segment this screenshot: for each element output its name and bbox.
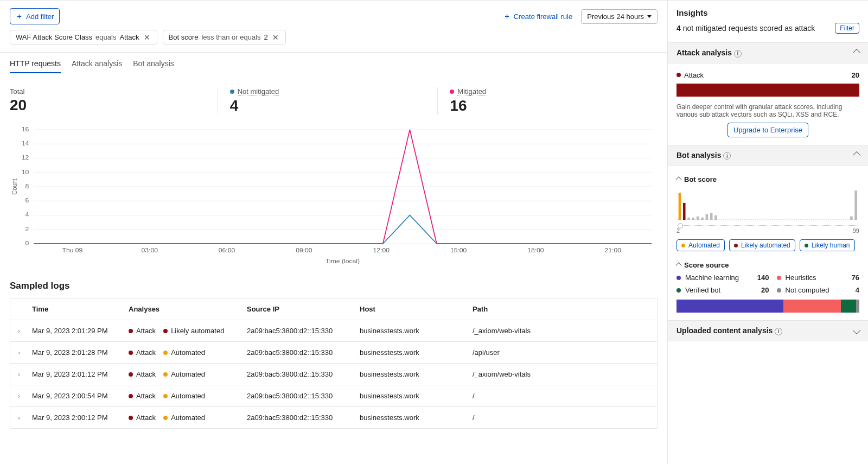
bot-tags: AutomatedLikely automatedLikely human (676, 239, 859, 251)
insight-filter-button[interactable]: Filter (835, 23, 859, 34)
cell-path: /_axiom/web-vitals (473, 327, 649, 335)
cell-analyses: Attack Automated (129, 414, 242, 422)
svg-rect-38 (850, 217, 853, 220)
create-firewall-rule-link[interactable]: ＋ Create firewall rule (503, 11, 572, 21)
total-block-not-mitigated: Not mitigated 4 (218, 87, 438, 115)
cell-time: Mar 9, 2023 2:01:28 PM (32, 348, 124, 357)
cell-path: /api/user (473, 348, 649, 357)
close-icon[interactable]: ✕ (143, 34, 151, 41)
cell-host: businesstests.work (360, 414, 468, 422)
svg-rect-34 (701, 218, 704, 220)
filter-chip[interactable]: Bot score less than or equals 2 ✕ (163, 30, 286, 45)
dot-icon (163, 329, 168, 333)
cell-host: businesstests.work (360, 327, 468, 335)
bot-tag[interactable]: Likely human (800, 239, 855, 251)
cell-analyses: Attack Automated (129, 370, 242, 378)
score-source-label: Not computed (777, 286, 830, 294)
dot-icon (777, 288, 781, 293)
svg-rect-33 (697, 217, 699, 220)
svg-text:4: 4 (25, 212, 29, 218)
dot-icon (230, 90, 234, 94)
table-row[interactable]: › Mar 9, 2023 2:00:54 PM Attack Automate… (10, 385, 657, 406)
svg-text:8: 8 (25, 183, 29, 189)
dot-icon (163, 416, 168, 420)
tab-http-requests[interactable]: HTTP requests (10, 59, 61, 73)
bot-analysis-panel-header[interactable]: Bot analysisi (668, 145, 868, 166)
chevron-right-icon: › (18, 371, 28, 378)
cell-host: businesstests.work (360, 392, 468, 400)
attack-bar (676, 84, 859, 97)
score-source-value: 4 (838, 286, 859, 294)
create-rule-label: Create firewall rule (514, 12, 572, 21)
mitigated-value: 16 (450, 97, 646, 115)
cell-ip: 2a09:bac5:3800:d2::15:330 (247, 370, 355, 378)
filter-chip[interactable]: WAF Attack Score Class equals Attack ✕ (10, 30, 157, 45)
dot-icon (676, 288, 681, 293)
table-row[interactable]: › Mar 9, 2023 2:01:29 PM Attack Likely a… (10, 320, 657, 341)
bot-tag[interactable]: Likely automated (729, 239, 795, 251)
dot-icon (129, 394, 133, 398)
tab-bot-analysis[interactable]: Bot analysis (133, 59, 174, 73)
table-row[interactable]: › Mar 9, 2023 2:01:28 PM Attack Automate… (10, 341, 657, 363)
chevron-right-icon: › (18, 349, 28, 357)
dot-icon (129, 329, 133, 333)
dot-icon (681, 244, 685, 247)
table-row[interactable]: › Mar 9, 2023 2:00:12 PM Attack Automate… (10, 406, 657, 428)
cell-ip: 2a09:bac5:3800:d2::15:330 (247, 392, 355, 400)
add-filter-button[interactable]: ＋ Add filter (10, 8, 60, 24)
bot-score-slider[interactable] (678, 225, 858, 226)
score-source-label: Heuristics (777, 274, 830, 282)
svg-text:18:00: 18:00 (527, 247, 544, 253)
score-source-label: Verified bot (676, 286, 740, 294)
svg-text:12: 12 (22, 155, 29, 161)
svg-text:Count: Count (11, 179, 18, 195)
svg-rect-32 (692, 218, 695, 220)
svg-rect-30 (683, 203, 686, 220)
info-icon: i (723, 152, 731, 160)
time-range-dropdown[interactable]: Previous 24 hours (581, 9, 658, 24)
tab-attack-analysis[interactable]: Attack analysis (72, 59, 122, 73)
dot-icon (676, 276, 681, 280)
close-icon[interactable]: ✕ (271, 34, 280, 41)
dot-icon (129, 416, 133, 420)
col-header-ip: Source IP (247, 305, 355, 313)
svg-text:21:00: 21:00 (605, 247, 621, 253)
slider-thumb[interactable] (678, 223, 683, 228)
bar-segment (676, 300, 783, 313)
dot-icon (805, 244, 808, 247)
uploaded-content-panel-header[interactable]: Uploaded content analysisi (668, 320, 868, 341)
svg-rect-29 (679, 193, 681, 220)
cell-time: Mar 9, 2023 2:01:12 PM (32, 370, 124, 378)
dot-icon (163, 351, 168, 355)
cell-path: / (473, 392, 649, 400)
bot-analysis-title: Bot analysis (676, 151, 721, 160)
upgrade-button[interactable]: Upgrade to Enterprise (727, 123, 808, 137)
slider-max: 99 (853, 227, 859, 234)
cell-path: /_axiom/web-vitals (473, 370, 649, 378)
cell-time: Mar 9, 2023 2:00:54 PM (32, 392, 124, 400)
dot-icon (163, 372, 168, 377)
bot-score-sparkline (676, 188, 859, 220)
plus-icon: ＋ (503, 11, 510, 21)
score-source-title: Score source (684, 261, 729, 269)
sampled-logs-title: Sampled logs (0, 271, 667, 298)
chevron-down-icon (647, 15, 652, 18)
bar-segment (856, 300, 859, 313)
table-header: Time Analyses Source IP Host Path (10, 298, 657, 320)
score-source-label: Machine learning (676, 274, 740, 282)
cell-path: / (473, 414, 649, 422)
cell-analyses: Attack Automated (129, 348, 242, 357)
svg-rect-36 (710, 213, 713, 220)
total-value: 20 (10, 97, 206, 114)
table-row[interactable]: › Mar 9, 2023 2:01:12 PM Attack Automate… (10, 363, 657, 385)
cell-host: businesstests.work (360, 348, 468, 357)
chevron-up-icon (853, 49, 860, 56)
plus-icon: ＋ (16, 11, 23, 21)
svg-text:Time (local): Time (local) (326, 258, 360, 264)
svg-rect-35 (706, 214, 709, 220)
bot-tag[interactable]: Automated (676, 239, 725, 251)
svg-text:2: 2 (25, 226, 29, 232)
attack-analysis-panel-header[interactable]: Attack analysisi (668, 42, 868, 63)
svg-text:Thu 09: Thu 09 (62, 247, 82, 253)
svg-text:10: 10 (22, 169, 29, 175)
